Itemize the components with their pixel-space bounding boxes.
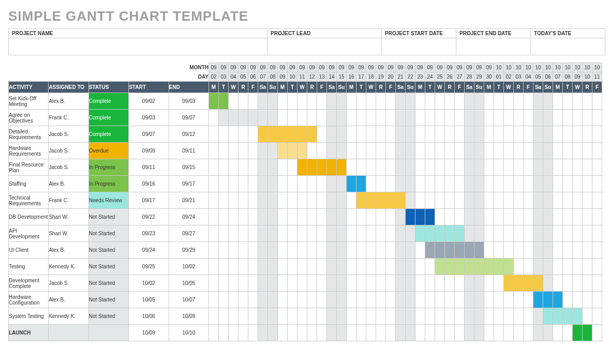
gantt-cell	[533, 325, 543, 341]
meta-value[interactable]	[456, 38, 530, 55]
status-cell[interactable]: In Progress	[88, 176, 128, 192]
end-cell[interactable]: 09/12	[169, 126, 209, 143]
meta-project-lead[interactable]: PROJECT LEAD	[267, 28, 382, 55]
gantt-cell	[465, 93, 474, 110]
assigned-cell[interactable]: Alex B.	[49, 176, 88, 192]
activity-cell[interactable]: Detailed Requirements	[9, 126, 49, 143]
assigned-cell[interactable]: Alex B.	[49, 93, 88, 110]
start-cell[interactable]: 09/24	[129, 242, 169, 259]
status-cell[interactable]	[88, 325, 128, 341]
assigned-cell[interactable]: Frank C.	[49, 110, 88, 126]
activity-cell[interactable]: System Testing	[9, 308, 49, 325]
start-cell[interactable]: 09/07	[129, 126, 169, 143]
meta-value[interactable]	[267, 38, 381, 55]
start-cell[interactable]: 09/22	[129, 209, 169, 225]
end-cell[interactable]: 09/24	[169, 209, 209, 225]
end-cell[interactable]: 09/17	[169, 176, 209, 192]
start-cell[interactable]: 09/25	[129, 259, 169, 275]
activity-cell[interactable]: Final Resource Plan	[9, 159, 49, 176]
gantt-cell	[376, 126, 386, 143]
gantt-cell	[573, 143, 583, 159]
gantt-cell	[435, 325, 445, 341]
gantt-cell	[366, 325, 376, 341]
end-cell[interactable]: 10/02	[169, 259, 209, 275]
gantt-bar	[219, 93, 229, 110]
status-cell[interactable]: Not Started	[88, 275, 128, 292]
activity-cell[interactable]: Technical Requirements	[9, 192, 49, 209]
assigned-cell[interactable]: Alex B.	[49, 292, 88, 308]
status-cell[interactable]: Not Started	[88, 209, 128, 225]
end-cell[interactable]: 09/21	[169, 192, 209, 209]
start-cell[interactable]: 09/16	[129, 176, 169, 192]
assigned-cell[interactable]: Jacob S.	[49, 159, 88, 176]
activity-cell[interactable]: Agree on Objectives	[9, 110, 49, 126]
status-cell[interactable]: Not Started	[88, 225, 128, 242]
assigned-cell[interactable]: Shari W.	[49, 209, 88, 225]
start-cell[interactable]: 10/02	[129, 275, 169, 292]
end-cell[interactable]: 10/05	[169, 275, 209, 292]
activity-cell[interactable]: API Development	[9, 225, 49, 242]
assigned-cell[interactable]: Jacob S.	[49, 126, 88, 143]
assigned-cell[interactable]	[49, 325, 88, 341]
start-cell[interactable]: 09/23	[129, 225, 169, 242]
end-cell[interactable]: 09/07	[169, 110, 209, 126]
start-cell[interactable]: 09/09	[129, 143, 169, 159]
meta-todays-date[interactable]: TODAY'S DATE	[531, 28, 605, 55]
meta-end-date[interactable]: PROJECT END DATE	[456, 28, 531, 55]
status-cell[interactable]: Not Started	[88, 259, 128, 275]
activity-cell[interactable]: DB Development	[9, 209, 49, 225]
start-cell[interactable]: 09/03	[129, 110, 169, 126]
status-cell[interactable]: Complete	[88, 126, 128, 143]
status-cell[interactable]: Not Started	[88, 308, 128, 325]
meta-project-name[interactable]: PROJECT NAME	[8, 28, 267, 55]
activity-cell[interactable]: UI Client	[9, 242, 49, 259]
end-cell[interactable]: 09/27	[169, 225, 209, 242]
activity-cell[interactable]: Development Complete	[9, 275, 49, 292]
dow-cell: F	[524, 82, 533, 93]
end-cell[interactable]: 09/15	[169, 159, 209, 176]
status-cell[interactable]: Complete	[88, 93, 128, 110]
end-cell[interactable]: 09/29	[169, 242, 209, 259]
gantt-cell	[258, 159, 268, 176]
status-cell[interactable]: Not Started	[88, 292, 128, 308]
start-cell[interactable]: 10/05	[129, 292, 169, 308]
status-cell[interactable]: Overdue	[88, 143, 128, 159]
activity-cell[interactable]: Staffing	[9, 176, 49, 192]
activity-cell[interactable]: Hardware Requirements	[9, 143, 49, 159]
assigned-cell[interactable]: Jacob S.	[49, 275, 88, 292]
activity-cell[interactable]: Set Kick-Off Meeting	[9, 93, 49, 110]
status-cell[interactable]: Needs Review	[88, 192, 128, 209]
meta-start-date[interactable]: PROJECT START DATE	[382, 28, 456, 55]
activity-cell[interactable]: Hardware Configuration	[9, 292, 49, 308]
assigned-cell[interactable]: Shari W.	[49, 225, 88, 242]
day-cell: 25	[435, 72, 445, 82]
end-cell[interactable]: 09/03	[169, 93, 209, 110]
gantt-cell	[514, 192, 524, 209]
status-cell[interactable]: Not Started	[88, 242, 128, 259]
end-cell[interactable]: 10/09	[169, 308, 209, 325]
assigned-cell[interactable]: Alex B.	[49, 242, 88, 259]
gantt-cell	[592, 192, 602, 209]
gantt-cell	[396, 110, 406, 126]
start-cell[interactable]: 09/02	[129, 93, 169, 110]
start-cell[interactable]: 10/06	[129, 308, 169, 325]
start-cell[interactable]: 09/11	[129, 159, 169, 176]
activity-cell[interactable]: LAUNCH	[9, 325, 49, 341]
assigned-cell[interactable]: Jacob S.	[49, 143, 88, 159]
end-cell[interactable]: 10/07	[169, 292, 209, 308]
assigned-cell[interactable]: Kennedy K.	[49, 308, 88, 325]
meta-value[interactable]	[382, 38, 456, 55]
meta-value[interactable]	[531, 38, 605, 55]
status-cell[interactable]: Complete	[88, 110, 128, 126]
gantt-cell	[219, 209, 229, 225]
end-cell[interactable]: 09/11	[169, 143, 209, 159]
meta-value[interactable]	[9, 38, 267, 55]
dow-cell: F	[317, 82, 327, 93]
status-cell[interactable]: In Progress	[88, 159, 128, 176]
end-cell[interactable]: 10/10	[169, 325, 209, 341]
activity-cell[interactable]: Testing	[9, 259, 49, 275]
start-cell[interactable]: 09/17	[129, 192, 169, 209]
assigned-cell[interactable]: Frank C.	[49, 192, 88, 209]
assigned-cell[interactable]: Kennedy K.	[49, 259, 88, 275]
start-cell[interactable]: 10/09	[129, 325, 169, 341]
